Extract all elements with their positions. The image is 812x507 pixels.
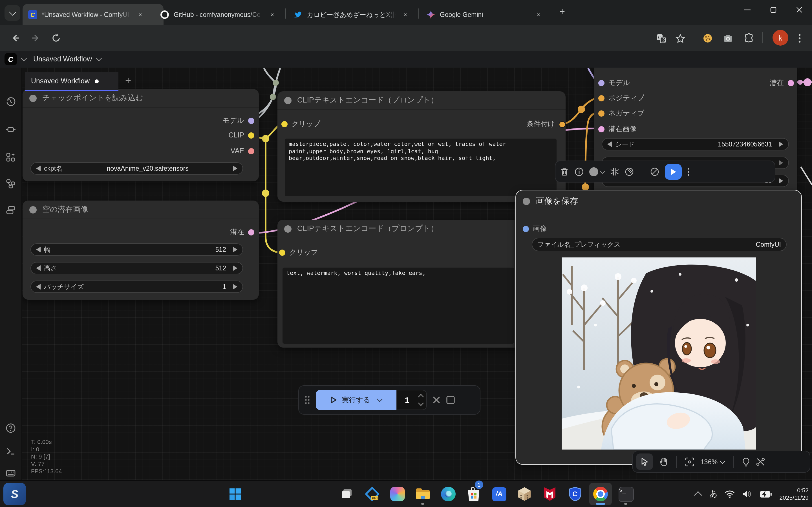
next-value-arrow[interactable] bbox=[779, 160, 783, 166]
prev-value-arrow[interactable] bbox=[607, 142, 612, 147]
prev-value-arrow[interactable] bbox=[36, 284, 41, 290]
taskbar-clock[interactable]: 0:52 2025/11/29 bbox=[779, 487, 809, 501]
run-node-play-button[interactable] bbox=[665, 164, 682, 179]
terminal-app-icon[interactable]: >_ bbox=[615, 483, 637, 505]
wifi-icon[interactable] bbox=[725, 490, 735, 498]
chevron-down-icon[interactable] bbox=[96, 55, 102, 61]
run-button[interactable]: 実行する bbox=[316, 390, 396, 410]
copilot-icon[interactable] bbox=[386, 483, 409, 505]
zoom-level-control[interactable]: 136% bbox=[700, 458, 724, 466]
workflows-icon[interactable] bbox=[6, 179, 16, 189]
output-dot-vae[interactable] bbox=[248, 148, 254, 154]
tab-gemini[interactable]: Google Gemini × bbox=[421, 4, 560, 25]
next-value-arrow[interactable] bbox=[233, 284, 238, 290]
input-dot-latent-image[interactable] bbox=[598, 126, 605, 132]
prev-value-arrow[interactable] bbox=[36, 247, 41, 252]
browser-menu-kebab-icon[interactable] bbox=[792, 31, 808, 46]
next-value-arrow[interactable] bbox=[779, 142, 783, 147]
tab-close-icon[interactable]: × bbox=[135, 10, 146, 20]
input-dot-image[interactable] bbox=[523, 226, 529, 232]
batch-count-stepper[interactable]: 1 bbox=[396, 390, 427, 410]
taskbar-corner-app-icon[interactable]: S bbox=[3, 483, 26, 505]
input-dot-clip[interactable] bbox=[282, 121, 288, 127]
slash-a-app-icon[interactable]: /A bbox=[488, 483, 510, 505]
stop-icon[interactable] bbox=[446, 395, 455, 404]
stepper-arrows[interactable] bbox=[419, 395, 423, 405]
window-maximize-button[interactable] bbox=[760, 0, 786, 19]
tab-close-icon[interactable]: × bbox=[400, 10, 410, 20]
workflow-title[interactable]: Unsaved Workflow bbox=[33, 55, 92, 63]
battery-charging-icon[interactable] bbox=[760, 490, 772, 498]
tray-chevron-up-icon[interactable] bbox=[694, 491, 702, 499]
task-view-button[interactable] bbox=[336, 483, 358, 505]
shield-c-app-icon[interactable]: C bbox=[564, 483, 587, 505]
clear-queue-icon[interactable] bbox=[433, 396, 441, 404]
chevron-down-icon[interactable] bbox=[21, 55, 27, 61]
model-library-icon[interactable] bbox=[6, 152, 16, 162]
output-dot-conditioning[interactable] bbox=[559, 121, 566, 128]
file-explorer-icon[interactable] bbox=[412, 483, 434, 505]
node-library-icon[interactable] bbox=[6, 124, 16, 135]
translate-icon[interactable]: G文 bbox=[653, 31, 669, 46]
node-empty-latent[interactable]: 空の潜在画像 潜在 幅 512 高さ 512 バッチサイズ 1 bbox=[22, 201, 259, 300]
comfyui-logo[interactable]: C bbox=[4, 53, 17, 65]
node-color-picker[interactable] bbox=[589, 167, 605, 176]
tab-comfyui[interactable]: C *Unsaved Workflow - ComfyUI × bbox=[22, 4, 163, 25]
forward-button[interactable] bbox=[27, 29, 45, 47]
volume-icon[interactable] bbox=[742, 490, 752, 498]
input-dot-negative[interactable] bbox=[598, 110, 605, 117]
collapse-dot[interactable] bbox=[29, 94, 37, 102]
ckpt-name-widget[interactable]: ckpt名 novaAnime_v20.safetensors bbox=[31, 162, 243, 175]
new-workflow-button[interactable]: + bbox=[125, 75, 131, 86]
input-dot-clip[interactable] bbox=[279, 249, 285, 256]
mcafee-icon[interactable] bbox=[539, 483, 561, 505]
collapse-dot[interactable] bbox=[523, 198, 530, 205]
delete-node-icon[interactable] bbox=[560, 167, 569, 176]
height-widget[interactable]: 高さ 512 bbox=[31, 262, 243, 274]
input-dot-positive[interactable] bbox=[598, 95, 605, 101]
prev-value-arrow[interactable] bbox=[36, 265, 41, 271]
width-widget[interactable]: 幅 512 bbox=[31, 243, 243, 256]
info-icon[interactable] bbox=[574, 167, 583, 176]
bookmark-star-icon[interactable] bbox=[672, 31, 688, 46]
extensions-puzzle-icon[interactable] bbox=[741, 31, 757, 46]
filename-prefix-widget[interactable]: ファイル名_プレフィックス ComfyUI bbox=[532, 238, 786, 251]
new-tab-button[interactable]: + bbox=[559, 7, 565, 16]
output-dot-model[interactable] bbox=[248, 118, 254, 124]
start-button[interactable] bbox=[224, 483, 246, 505]
queue-icon[interactable] bbox=[6, 205, 16, 215]
toggle-links-icon[interactable] bbox=[756, 457, 765, 466]
input-dot-model[interactable] bbox=[598, 80, 605, 86]
microsoft-store-icon[interactable]: 1 bbox=[462, 483, 485, 505]
seed-widget[interactable]: シード 155072346056631 bbox=[602, 138, 789, 151]
node-clip-text-encode-positive[interactable]: CLIPテキストエンコード（プロンプト） クリップ 条件付け masterpie… bbox=[277, 91, 566, 202]
next-value-arrow[interactable] bbox=[233, 247, 238, 252]
fit-view-button[interactable] bbox=[685, 457, 694, 466]
batch-size-widget[interactable]: バッチサイズ 1 bbox=[31, 281, 243, 293]
node-save-image[interactable]: 画像を保存 画像 ファイル名_プレフィックス ComfyUI bbox=[515, 190, 802, 465]
output-dot-latent[interactable] bbox=[248, 229, 254, 235]
next-value-arrow[interactable] bbox=[233, 166, 238, 171]
collapse-dot[interactable] bbox=[29, 206, 37, 213]
more-options-kebab-icon[interactable] bbox=[688, 167, 690, 176]
collapse-dot[interactable] bbox=[284, 97, 292, 104]
cookie-extension-icon[interactable] bbox=[700, 31, 716, 46]
generated-image-preview[interactable] bbox=[562, 258, 756, 450]
drag-handle[interactable] bbox=[305, 395, 310, 404]
collapse-dot[interactable] bbox=[284, 225, 292, 232]
tab-close-icon[interactable]: × bbox=[267, 10, 277, 20]
terminal-icon[interactable] bbox=[6, 446, 16, 456]
prompt-textarea[interactable]: masterpiece,pastel color,water color,wet… bbox=[285, 138, 557, 196]
reload-button[interactable] bbox=[47, 29, 65, 47]
workflow-tab[interactable]: Unsaved Workflow bbox=[25, 72, 118, 91]
keyboard-icon[interactable] bbox=[6, 468, 16, 478]
pin-theme-icon[interactable] bbox=[625, 167, 634, 176]
ime-indicator[interactable]: あ bbox=[709, 489, 718, 499]
next-value-arrow[interactable] bbox=[779, 178, 783, 184]
window-close-button[interactable] bbox=[786, 0, 812, 19]
dev-home-preview-icon[interactable]: PRE bbox=[361, 483, 384, 505]
toggle-theme-bulb-icon[interactable] bbox=[742, 457, 750, 466]
output-dot-latent[interactable] bbox=[788, 80, 794, 86]
output-dot-clip[interactable] bbox=[248, 132, 254, 138]
history-icon[interactable] bbox=[6, 97, 16, 107]
